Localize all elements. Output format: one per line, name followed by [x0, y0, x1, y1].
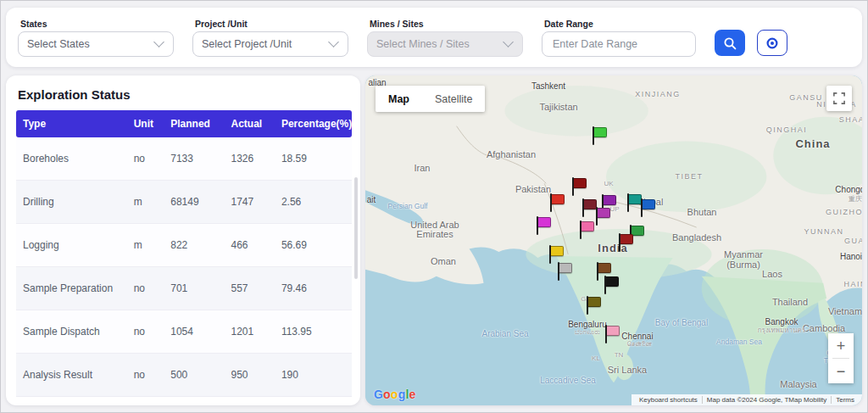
map-label: (Burma) [726, 260, 760, 270]
date-range-input[interactable] [551, 37, 687, 51]
table-cell: 79.46 [275, 267, 352, 310]
table-cell: 2.56 [275, 181, 352, 224]
table-header-cell: Unit [127, 110, 164, 137]
map-label: GUIZHOU [826, 208, 862, 216]
table-cell: Drilling [16, 181, 127, 224]
table-cell: Boreholes [16, 137, 127, 181]
map-label: Afghanistan [487, 149, 536, 159]
exploration-status-title: Exploration Status [18, 87, 352, 102]
table-cell: 68149 [164, 181, 224, 224]
map-flag-marker[interactable] [604, 276, 620, 294]
table-cell: m [127, 181, 164, 224]
chevron-down-icon [328, 36, 339, 47]
table-row: Sample Preparationno70155779.46 [16, 267, 352, 310]
map-label: Bhutan [687, 207, 717, 217]
project-unit-select[interactable]: Select Project /Unit [192, 31, 348, 57]
google-logo-letter: o [391, 388, 398, 401]
fullscreen-button[interactable] [826, 86, 852, 111]
map-label: Laccadive Sea [540, 376, 596, 385]
map-label: Chennai [621, 332, 653, 341]
map-label: Chongqi [835, 185, 862, 194]
map-flag-marker[interactable] [580, 220, 595, 239]
table-scrollbar[interactable] [354, 177, 358, 279]
zoom-out-button[interactable]: − [828, 359, 854, 383]
table-cell: m [127, 224, 164, 267]
map-label: กรุงเทพมหานคร [758, 325, 805, 336]
map-label: Iran [415, 163, 431, 173]
map-label: Sri Lanka [608, 365, 647, 375]
map-label: சென்னை [626, 340, 652, 349]
mines-sites-select: Select Mines / Sites [367, 31, 523, 57]
table-header-cell: Percentage(%) [275, 110, 352, 137]
google-logo[interactable]: Google [374, 388, 415, 401]
table-row: Drillingm6814917472.56 [16, 181, 352, 224]
table-header-row: TypeUnitPlannedActualPercentage(%) [16, 110, 352, 137]
map-label: KL [592, 354, 600, 362]
map-label: UK [604, 180, 613, 187]
map-label: TIBET [675, 172, 703, 181]
states-select[interactable]: Select States [18, 31, 174, 57]
table-row: Analysis Resultno500950190 [16, 354, 352, 397]
table-cell: 7133 [164, 137, 224, 181]
map-label: Tajikistan [539, 102, 577, 112]
search-button[interactable] [715, 30, 745, 56]
map-label: GANSU [789, 93, 823, 102]
map-flag-marker[interactable] [537, 216, 552, 235]
project-unit-select-value: Select Project /Unit [202, 38, 292, 50]
map-label: 重庆 [849, 194, 862, 204]
google-logo-letter: e [409, 388, 415, 401]
table-cell: 1201 [224, 310, 274, 354]
map-data-text: Map data ©2024 Google, TMap Mobility [702, 396, 831, 404]
table-cell: 1747 [224, 181, 274, 224]
map-label: Myanmar [724, 249, 763, 260]
project-unit-label: Project /Unit [195, 19, 348, 29]
states-select-value: Select States [27, 38, 90, 50]
map-flag-marker[interactable] [550, 193, 565, 212]
map-label: TN [615, 351, 624, 359]
map-flag-marker[interactable] [641, 198, 656, 217]
map-flag-marker[interactable] [587, 296, 602, 315]
map-card: alianTashkentTajikistanXINJIANGGANSUNING… [365, 75, 862, 405]
map-label: HAINA [843, 280, 862, 288]
exploration-table: TypeUnitPlannedActualPercentage(%) Boreh… [16, 110, 352, 397]
map-label: Bangkok [765, 317, 798, 326]
reset-button[interactable] [757, 30, 787, 56]
table-cell: 1054 [164, 310, 224, 354]
date-range-label: Date Range [544, 19, 696, 29]
table-header-cell: Type [16, 110, 127, 137]
map-flag-marker[interactable] [549, 245, 565, 264]
dashboard-page: States Select States Project /Unit Selec… [0, 0, 868, 413]
zoom-in-button[interactable]: + [828, 333, 854, 358]
table-cell: no [127, 354, 164, 397]
table-cell: no [127, 137, 164, 181]
table-cell: 190 [275, 354, 352, 397]
chevron-down-icon [503, 36, 514, 47]
map-label: Persian Gulf [388, 202, 428, 210]
map-view-button[interactable]: Map [376, 86, 422, 112]
map-flag-marker[interactable] [572, 177, 587, 196]
map-flag-marker[interactable] [593, 126, 608, 145]
table-row: Sample Dispatchno10541201113.95 [16, 310, 352, 354]
terms-link[interactable]: Terms [831, 396, 859, 404]
map-label: Bengaluru [568, 320, 607, 329]
chevron-down-icon [153, 36, 164, 47]
filter-actions [715, 30, 787, 56]
table-cell: Sample Dispatch [16, 310, 127, 354]
map-flag-marker[interactable] [558, 262, 573, 281]
table-cell: 557 [224, 267, 274, 310]
satellite-view-button[interactable]: Satellite [422, 86, 485, 112]
zoom-controls: + − [828, 333, 854, 383]
search-icon [723, 36, 737, 50]
keyboard-shortcuts-link[interactable]: Keyboard shortcuts [635, 396, 702, 404]
table-cell: 18.59 [275, 137, 352, 181]
states-filter-group: States Select States [18, 19, 174, 57]
map-label: Laos [762, 269, 782, 279]
map-flag-marker[interactable] [605, 325, 620, 343]
table-cell: no [127, 310, 164, 354]
filter-bar: States Select States Project /Unit Selec… [6, 8, 862, 67]
map-flag-marker[interactable] [619, 233, 634, 252]
map-flag-marker[interactable] [596, 207, 611, 226]
map-label: Vietnam [828, 306, 862, 316]
table-cell: Logging [16, 224, 127, 267]
project-unit-filter-group: Project /Unit Select Project /Unit [192, 19, 348, 57]
